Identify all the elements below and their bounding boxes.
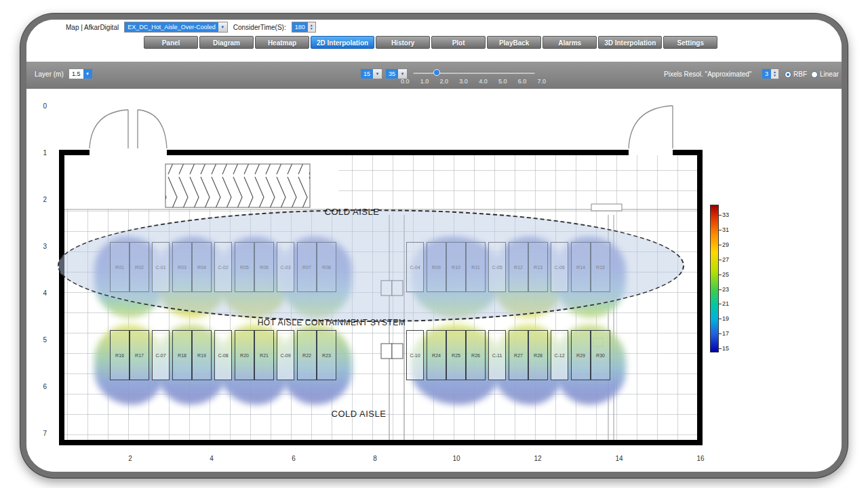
tab-settings[interactable]: Settings	[663, 36, 717, 49]
chevron-down-icon[interactable]: ▼	[373, 69, 382, 79]
chevron-down-icon[interactable]: ▼	[398, 69, 407, 79]
rack-r26[interactable]: R26	[466, 330, 486, 380]
linear-label: Linear	[820, 70, 839, 78]
radio-unchecked-icon[interactable]	[811, 71, 818, 78]
pixels-resol-value: 3	[762, 69, 771, 79]
y-axis-tick: 6	[26, 383, 47, 390]
tab-plot[interactable]: Plot	[431, 36, 486, 49]
rack-r28[interactable]: R28	[528, 330, 548, 380]
spacer	[26, 51, 842, 62]
colorbar-tick-label: 17	[722, 330, 729, 337]
colorbar-tick-label: 19	[722, 315, 729, 322]
cold-aisle-top-label: COLD AISLE	[298, 207, 406, 217]
tab-alarms[interactable]: Alarms	[542, 36, 597, 49]
rack-r30[interactable]: R30	[591, 330, 610, 380]
chevron-down-icon[interactable]: ▼	[218, 22, 227, 32]
map-selector-value: EX_DC_Hot_Aisle_Over-Cooled	[125, 22, 218, 32]
rbf-radio-option[interactable]: RBF	[785, 70, 807, 78]
slider-thumb[interactable]	[433, 69, 440, 76]
title-bar: Map | AfkarDigital EX_DC_Hot_Aisle_Over-…	[26, 20, 842, 35]
cold-aisle-bottom-label: COLD AISLE	[308, 409, 410, 419]
tab-panel[interactable]: Panel	[144, 36, 198, 49]
y-axis-tick: 0	[26, 102, 47, 110]
x-axis-tick: 4	[210, 455, 214, 462]
consider-time-spinner[interactable]: 180 ▲▼	[292, 22, 316, 33]
rack-r16[interactable]: R16	[110, 330, 130, 380]
y-axis-tick: 2	[26, 196, 47, 203]
colorbar-tick-label: 27	[722, 256, 729, 263]
selection-ellipse[interactable]	[58, 209, 684, 322]
tab-heatmap[interactable]: Heatmap	[255, 36, 309, 49]
tab-diagram[interactable]: Diagram	[199, 36, 254, 49]
rack-r17[interactable]: R17	[130, 330, 149, 380]
slider-tick-label: 7.0	[537, 78, 546, 85]
rack-r24[interactable]: R24	[427, 330, 446, 380]
x-axis-tick: 6	[292, 455, 296, 462]
slider-tick-label: 3.0	[459, 78, 468, 85]
pixels-resol-label: Pixels Resol. "Approximated"	[664, 70, 751, 78]
linear-radio-option[interactable]: Linear	[811, 70, 839, 78]
y-axis-tick: 5	[26, 336, 47, 344]
y-axis-tick: 7	[26, 430, 47, 437]
crac-unit-c-11[interactable]: C-11	[488, 330, 506, 380]
colorbar-tick-label: 23	[722, 286, 729, 293]
tab-bar: PanelDiagramHeatmap2D InterpolationHisto…	[26, 35, 842, 51]
spinner-arrows-icon[interactable]: ▲▼	[771, 69, 778, 79]
colorbar-tick-label: 33	[722, 211, 729, 218]
colorbar-tick-label: 29	[722, 241, 729, 248]
rack-r21[interactable]: R21	[254, 330, 274, 380]
rack-r20[interactable]: R20	[235, 330, 254, 380]
rack-r22[interactable]: R22	[297, 330, 317, 380]
y-axis-tick: 1	[26, 149, 47, 157]
chevron-down-icon[interactable]: ▼	[83, 69, 92, 79]
tab-3d-interpolation[interactable]: 3D Interpolation	[598, 36, 662, 49]
x-axis-tick: 10	[452, 455, 460, 462]
crac-unit-c-09[interactable]: C-09	[277, 330, 294, 380]
rack-r29[interactable]: R29	[571, 330, 591, 380]
layer-selector[interactable]: 1.5 ▼	[68, 68, 93, 79]
floorplan-canvas[interactable]: COLD AISLE HOT AISLE CONTAINMENT SYSTEM …	[26, 89, 842, 472]
slider-tick-labels: 0.01.02.03.04.05.06.07.0	[401, 78, 546, 85]
radio-checked-icon[interactable]	[785, 71, 791, 78]
heatmap-toolbar: Layer (m) 1.5 ▼ 15 ▼ 35 ▼ 0.01.02.03.04.…	[26, 62, 842, 89]
rbf-label: RBF	[793, 70, 807, 78]
x-axis-tick: 14	[615, 455, 623, 462]
consider-time-label: ConsiderTime(S):	[233, 24, 286, 31]
position-slider[interactable]	[413, 72, 535, 74]
rack-r19[interactable]: R19	[192, 330, 212, 380]
tab-history[interactable]: History	[376, 36, 430, 49]
scale-min-selector[interactable]: 15 ▼	[360, 68, 382, 79]
crac-unit-c-08[interactable]: C-08	[214, 330, 232, 380]
x-axis-tick: 12	[534, 455, 541, 462]
colorbar-tick-label: 25	[722, 271, 729, 278]
crac-unit-c-07[interactable]: C-07	[152, 330, 170, 380]
colorbar-tick-label: 15	[722, 345, 729, 352]
hot-aisle-label: HOT AISLE CONTAINMENT SYSTEM	[250, 318, 413, 327]
slider-tick-label: 1.0	[420, 78, 429, 85]
rack-r23[interactable]: R23	[317, 330, 336, 380]
x-axis-tick: 2	[128, 455, 132, 462]
app-window: Map | AfkarDigital EX_DC_Hot_Aisle_Over-…	[20, 14, 848, 478]
x-axis-tick: 8	[373, 455, 377, 462]
rack-r27[interactable]: R27	[509, 330, 528, 380]
x-axis-tick: 16	[696, 455, 704, 462]
scale-min-value: 15	[361, 69, 373, 79]
rack-r18[interactable]: R18	[172, 330, 192, 380]
colorbar-tick-label: 31	[722, 226, 729, 233]
slider-tick-label: 0.0	[401, 78, 410, 85]
consider-time-value: 180	[292, 22, 308, 32]
map-selector[interactable]: EX_DC_Hot_Aisle_Over-Cooled ▼	[124, 22, 228, 33]
app-title: Map | AfkarDigital	[66, 24, 119, 31]
tab-playback[interactable]: PlayBack	[487, 36, 541, 49]
slider-tick-label: 6.0	[518, 78, 527, 85]
slider-tick-label: 5.0	[498, 78, 507, 85]
crac-unit-c-12[interactable]: C-12	[551, 330, 568, 380]
rack-r25[interactable]: R25	[446, 330, 466, 380]
tab-2d-interpolation[interactable]: 2D Interpolation	[311, 36, 374, 49]
y-axis-tick: 4	[26, 289, 47, 297]
crac-unit-c-10[interactable]: C-10	[406, 330, 424, 380]
spinner-arrows-icon[interactable]: ▲▼	[308, 22, 315, 32]
layer-value: 1.5	[69, 69, 83, 79]
layer-label: Layer (m)	[35, 70, 64, 78]
pixels-resol-spinner[interactable]: 3 ▲▼	[762, 68, 779, 79]
